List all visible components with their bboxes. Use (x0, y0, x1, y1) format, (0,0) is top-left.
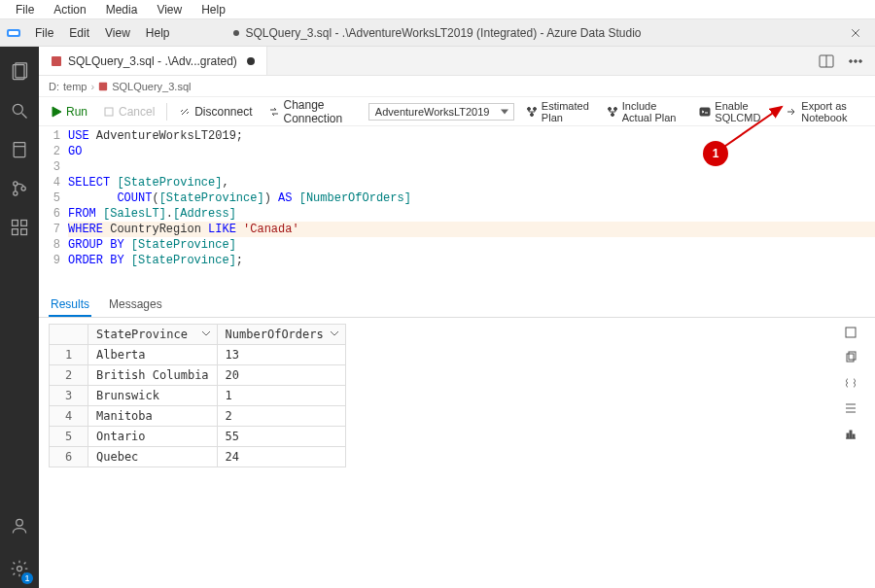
split-editor-icon[interactable] (817, 52, 836, 71)
cell-numberoforders[interactable]: 13 (217, 345, 345, 365)
line-gutter: 123456789 (39, 128, 68, 268)
os-menu-action[interactable]: Action (44, 1, 95, 18)
connection-dropdown[interactable]: AdventureWorksLT2019 (368, 103, 514, 121)
export-json-icon[interactable] (842, 374, 859, 392)
cell-numberoforders[interactable]: 2 (217, 406, 345, 427)
svg-point-22 (850, 59, 853, 62)
svg-rect-14 (21, 221, 27, 226)
export-csv-icon[interactable] (842, 399, 859, 417)
play-icon (51, 106, 62, 118)
svg-rect-8 (14, 143, 25, 157)
chart-grid-icon[interactable] (842, 425, 859, 442)
column-header-numberoforders[interactable]: NumberOfOrders (217, 325, 345, 345)
svg-rect-13 (13, 221, 18, 226)
svg-rect-27 (105, 108, 113, 116)
app-menu-help[interactable]: Help (138, 23, 178, 43)
editor-tab-row: SQLQuery_3.sql - .\Adv...grated) (39, 47, 875, 76)
svg-point-24 (859, 59, 862, 62)
cell-stateprovince[interactable]: Manitoba (88, 406, 218, 427)
change-connection-icon (268, 106, 280, 118)
export-notebook-button[interactable]: Export as Notebook (782, 98, 867, 125)
cell-numberoforders[interactable]: 1 (217, 386, 345, 406)
svg-marker-26 (52, 107, 61, 117)
cell-stateprovince[interactable]: Brunswick (88, 386, 218, 406)
os-menu-file[interactable]: File (6, 1, 44, 18)
cell-numberoforders[interactable]: 24 (217, 447, 345, 467)
sql-toolbar: Run Cancel Disconnect Change Connection … (39, 97, 875, 126)
result-grid[interactable]: StateProvince NumberOfOrders 1Alberta132… (49, 324, 346, 467)
stop-icon (103, 106, 115, 118)
svg-rect-25 (99, 82, 107, 89)
disconnect-icon (179, 106, 191, 118)
sql-editor[interactable]: 123456789 USE AdventureWorksLT2019;GO SE… (39, 126, 875, 270)
chevron-down-icon[interactable] (330, 328, 339, 341)
table-row[interactable]: 6Quebec24 (50, 447, 346, 467)
grid-actions (842, 324, 865, 467)
svg-point-10 (14, 182, 18, 186)
svg-rect-39 (847, 433, 849, 438)
app-menu-view[interactable]: View (97, 23, 138, 43)
copy-grid-icon[interactable] (842, 349, 859, 366)
cell-stateprovince[interactable]: Quebec (88, 447, 218, 467)
cell-numberoforders[interactable]: 55 (217, 427, 345, 447)
maximize-grid-icon[interactable] (842, 324, 859, 341)
activity-search-icon[interactable] (0, 91, 39, 130)
row-index: 5 (50, 427, 88, 447)
row-index: 4 (50, 406, 88, 427)
activity-extensions-icon[interactable] (0, 208, 39, 247)
export-icon (786, 106, 797, 118)
app-titlebar: File Edit View Help SQLQuery_3.sql - .\A… (0, 19, 875, 47)
svg-point-18 (18, 567, 22, 571)
enable-sqlcmd-button[interactable]: Enable SQLCMD (695, 98, 772, 125)
row-index: 1 (50, 345, 88, 365)
table-row[interactable]: 3Brunswick1 (50, 386, 346, 406)
cell-stateprovince[interactable]: Alberta (88, 345, 218, 365)
table-row[interactable]: 1Alberta13 (50, 345, 346, 365)
svg-rect-15 (13, 229, 18, 235)
activity-settings-icon[interactable] (0, 549, 39, 588)
cell-stateprovince[interactable]: Ontario (88, 427, 218, 447)
cancel-button: Cancel (99, 103, 158, 121)
breadcrumb-folder[interactable]: temp (63, 81, 87, 92)
os-menu-media[interactable]: Media (96, 1, 148, 18)
cell-numberoforders[interactable]: 20 (217, 365, 345, 386)
breadcrumb-drive[interactable]: D: (49, 81, 59, 92)
table-row[interactable]: 4Manitoba2 (50, 406, 346, 427)
tab-messages[interactable]: Messages (107, 294, 164, 317)
breadcrumb[interactable]: D: temp › SQLQuery_3.sql (39, 76, 875, 97)
row-index: 2 (50, 365, 88, 386)
activity-source-control-icon[interactable] (0, 169, 39, 208)
cell-stateprovince[interactable]: British Columbia (88, 365, 218, 386)
estimated-plan-button[interactable]: Estimated Plan (522, 98, 593, 125)
more-actions-icon[interactable] (846, 52, 865, 71)
svg-rect-40 (850, 431, 852, 438)
table-row[interactable]: 2British Columbia20 (50, 365, 346, 386)
app-menu-file[interactable]: File (27, 23, 61, 43)
activity-explorer-icon[interactable] (0, 52, 39, 91)
disconnect-button[interactable]: Disconnect (175, 103, 256, 121)
change-connection-button[interactable]: Change Connection (264, 96, 361, 127)
run-button[interactable]: Run (47, 103, 91, 121)
app-menu-edit[interactable]: Edit (61, 23, 97, 43)
table-row[interactable]: 5Ontario55 (50, 427, 346, 447)
chevron-down-icon[interactable] (201, 328, 211, 341)
breadcrumb-file[interactable]: SQLQuery_3.sql (98, 81, 191, 92)
svg-rect-37 (849, 352, 856, 360)
svg-point-12 (21, 187, 25, 190)
editor-tab-label: SQLQuery_3.sql - .\Adv...grated) (68, 54, 237, 68)
tab-results[interactable]: Results (49, 294, 91, 317)
column-header-stateprovince[interactable]: StateProvince (88, 325, 218, 345)
svg-rect-41 (853, 434, 855, 438)
actual-plan-button[interactable]: Include Actual Plan (603, 98, 686, 125)
os-menu-view[interactable]: View (147, 1, 192, 18)
editor-tab[interactable]: SQLQuery_3.sql - .\Adv...grated) (39, 47, 267, 75)
activity-notebook-icon[interactable] (0, 130, 39, 169)
window-close-button[interactable] (836, 19, 875, 47)
sql-file-icon (98, 82, 108, 91)
code-area[interactable]: USE AdventureWorksLT2019;GO SELECT [Stat… (68, 128, 875, 268)
row-index: 3 (50, 386, 88, 406)
svg-rect-35 (846, 328, 856, 337)
os-menu-help[interactable]: Help (192, 1, 235, 18)
activity-bar (0, 47, 39, 588)
activity-account-icon[interactable] (0, 506, 39, 545)
